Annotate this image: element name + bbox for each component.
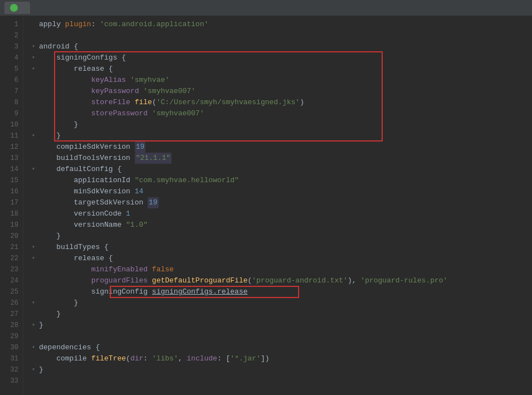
code-line: } bbox=[29, 119, 532, 130]
fold-icon[interactable]: ▾ bbox=[29, 42, 38, 51]
fold-icon[interactable]: ▾ bbox=[29, 165, 38, 174]
indent bbox=[39, 130, 56, 142]
token-plain: ), bbox=[348, 275, 360, 286]
line-number: 30 bbox=[4, 342, 18, 353]
token-plain: signingConfigs { bbox=[56, 52, 126, 64]
token-string: 'proguard-rules.pro' bbox=[360, 275, 447, 286]
code-line: versionCode 1 bbox=[29, 208, 532, 220]
fold-icon bbox=[29, 154, 38, 163]
code-line: applicationId "com.smyhvae.helloworld" bbox=[29, 175, 532, 186]
token-keyword: plugin bbox=[65, 19, 91, 30]
code-line: versionName "1.0" bbox=[29, 220, 532, 231]
indent bbox=[39, 119, 74, 130]
token-method: getDefaultProguardFile bbox=[152, 275, 248, 286]
token-variable: keyPassword bbox=[91, 86, 139, 97]
code-line: apply plugin: 'com.android.application' bbox=[29, 19, 532, 30]
token-string: 'com.android.application' bbox=[100, 19, 208, 30]
line-number: 3 bbox=[4, 41, 18, 52]
token-plain bbox=[148, 108, 152, 119]
indent bbox=[39, 86, 91, 97]
line-number: 23 bbox=[4, 264, 18, 275]
fold-icon[interactable]: ▾ bbox=[29, 131, 38, 140]
indent bbox=[39, 220, 74, 231]
token-number: 14 bbox=[135, 186, 144, 197]
line-number: 8 bbox=[4, 97, 18, 108]
fold-icon[interactable]: ▾ bbox=[29, 65, 38, 74]
line-number: 27 bbox=[4, 309, 18, 320]
code-line: ▾dependencies { bbox=[29, 342, 532, 353]
line-number: 20 bbox=[4, 231, 18, 242]
code-line: ▾ defaultConfig { bbox=[29, 164, 532, 175]
indent bbox=[39, 52, 56, 64]
token-string: 'libs' bbox=[152, 353, 178, 364]
code-content: apply plugin: 'com.android.application'▾… bbox=[23, 16, 532, 395]
token-plain: targetSdkVersion bbox=[74, 197, 148, 208]
token-plain bbox=[130, 97, 135, 108]
line-number: 31 bbox=[4, 353, 18, 364]
code-line: storeFile file('C:/Users/smyh/smyhvaesig… bbox=[29, 97, 532, 108]
line-number: 9 bbox=[4, 108, 18, 119]
code-line: keyPassword 'smyhvae007' bbox=[29, 86, 532, 97]
editor-area: 1234567891011121314151617181920212223242… bbox=[0, 16, 532, 395]
token-string-dq: "1.0" bbox=[126, 220, 148, 231]
code-line: minSdkVersion 14 bbox=[29, 186, 532, 197]
code-line: compile fileTree(dir: 'libs', include: [… bbox=[29, 353, 532, 364]
fold-icon bbox=[29, 354, 38, 363]
fold-icon[interactable]: ▾ bbox=[29, 254, 38, 263]
token-plain bbox=[139, 86, 143, 97]
indent bbox=[39, 153, 56, 164]
token-plain: versionName bbox=[74, 220, 126, 231]
indent bbox=[39, 164, 56, 175]
fold-icon bbox=[29, 198, 38, 207]
token-plain: } bbox=[56, 231, 61, 242]
code-line: ▾android { bbox=[29, 41, 532, 52]
token-variable: storeFile bbox=[91, 97, 130, 108]
token-string: 'C:/Users/smyh/smyhvaesigned.jks' bbox=[157, 97, 300, 108]
fold-icon[interactable]: ▾ bbox=[29, 365, 38, 374]
token-number-box: 19 bbox=[148, 197, 159, 208]
code-line: keyAlias 'smyhvae' bbox=[29, 75, 532, 86]
line-number: 24 bbox=[4, 275, 18, 286]
code-line: ▾} bbox=[29, 320, 532, 331]
code-line: signingConfig signingConfigs.release bbox=[29, 286, 532, 298]
token-plain: } bbox=[56, 130, 61, 142]
fold-icon bbox=[29, 20, 38, 29]
token-plain: ) bbox=[300, 97, 304, 108]
line-number: 28 bbox=[4, 320, 18, 331]
token-plain: ]) bbox=[261, 353, 270, 364]
indent bbox=[39, 286, 91, 298]
fold-icon[interactable]: ▾ bbox=[29, 321, 38, 330]
token-variable2: signingConfig bbox=[91, 286, 148, 298]
indent bbox=[39, 242, 56, 253]
fold-icon[interactable]: ▾ bbox=[29, 343, 38, 352]
token-plain: apply bbox=[39, 19, 65, 30]
line-number: 13 bbox=[4, 153, 18, 164]
line-number: 10 bbox=[4, 119, 18, 130]
fold-icon[interactable]: ▾ bbox=[29, 53, 38, 62]
token-plain: defaultConfig { bbox=[56, 164, 121, 175]
line-number: 17 bbox=[4, 197, 18, 208]
line-number: 21 bbox=[4, 242, 18, 253]
line-number: 22 bbox=[4, 253, 18, 264]
fold-icon bbox=[29, 265, 38, 274]
indent bbox=[39, 231, 56, 242]
token-string: 'smyhvae' bbox=[130, 75, 169, 86]
code-line: proguardFiles getDefaultProguardFile('pr… bbox=[29, 275, 532, 286]
indent bbox=[39, 353, 56, 364]
token-method: fileTree bbox=[91, 353, 126, 364]
line-number: 19 bbox=[4, 220, 18, 231]
code-line bbox=[29, 331, 532, 342]
token-plain bbox=[148, 286, 152, 298]
app-tab[interactable] bbox=[4, 2, 30, 14]
token-string: 'proguard-android.txt' bbox=[252, 275, 348, 286]
indent bbox=[39, 175, 74, 186]
fold-icon bbox=[29, 98, 38, 107]
indent bbox=[39, 253, 74, 264]
fold-icon bbox=[29, 76, 38, 85]
token-plain: : bbox=[143, 353, 152, 364]
fold-icon bbox=[29, 310, 38, 319]
fold-icon[interactable]: ▾ bbox=[29, 299, 38, 308]
line-number: 11 bbox=[4, 130, 18, 142]
line-number: 2 bbox=[4, 30, 18, 41]
fold-icon[interactable]: ▾ bbox=[29, 243, 38, 252]
